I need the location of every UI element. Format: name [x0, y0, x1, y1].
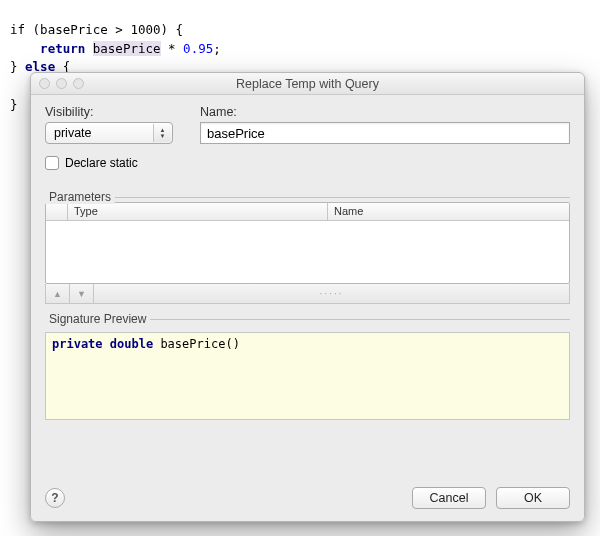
col-name[interactable]: Name [328, 203, 569, 220]
visibility-value: private [54, 126, 92, 140]
ok-button[interactable]: OK [496, 487, 570, 509]
parameters-label: Parameters [45, 190, 115, 204]
help-button[interactable]: ? [45, 488, 65, 508]
chevron-updown-icon [153, 124, 171, 142]
resize-grip-icon[interactable] [94, 284, 569, 303]
zoom-icon[interactable] [73, 78, 84, 89]
parameters-toolbar: ▲ ▼ [45, 284, 570, 304]
help-icon: ? [51, 491, 58, 505]
move-up-icon[interactable]: ▲ [46, 284, 70, 303]
col-type[interactable]: Type [68, 203, 328, 220]
close-icon[interactable] [39, 78, 50, 89]
divider [115, 197, 570, 198]
visibility-dropdown[interactable]: private [45, 122, 173, 144]
col-blank [46, 203, 68, 220]
move-down-icon[interactable]: ▼ [70, 284, 94, 303]
declare-static-label: Declare static [65, 156, 138, 170]
parameters-table[interactable]: Type Name [45, 202, 570, 284]
name-input[interactable] [200, 122, 570, 144]
name-label: Name: [200, 105, 570, 119]
signature-preview: private double basePrice() [45, 332, 570, 420]
cancel-button[interactable]: Cancel [412, 487, 486, 509]
divider [150, 319, 570, 320]
signature-preview-label: Signature Preview [45, 312, 150, 326]
minimize-icon[interactable] [56, 78, 67, 89]
dialog-title: Replace Temp with Query [31, 77, 584, 91]
refactor-dialog: Replace Temp with Query Visibility: priv… [30, 72, 585, 522]
traffic-lights [39, 78, 84, 89]
parameters-header: Type Name [46, 203, 569, 221]
declare-static-checkbox[interactable] [45, 156, 59, 170]
titlebar[interactable]: Replace Temp with Query [31, 73, 584, 95]
button-bar: ? Cancel OK [45, 475, 570, 509]
dialog-body: Visibility: private Name: Declare static… [31, 95, 584, 521]
visibility-label: Visibility: [45, 105, 180, 119]
